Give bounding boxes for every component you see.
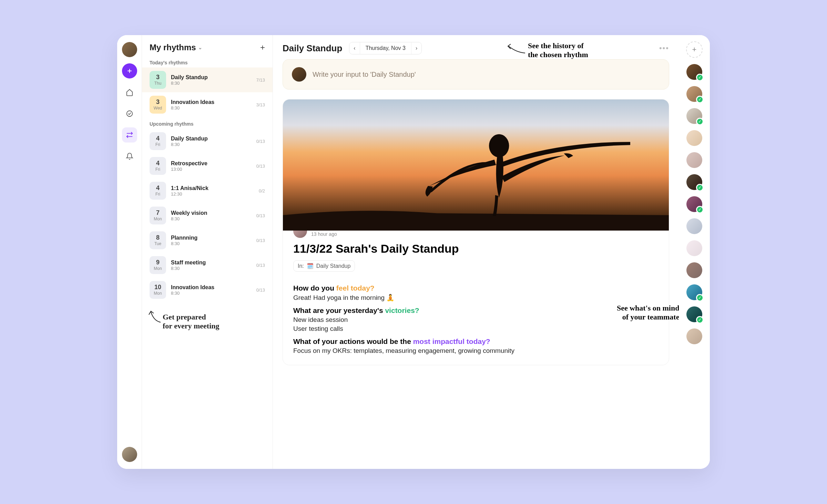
annotation-teammates: See what's on minds of your teammates [617, 304, 679, 322]
rhythm-count: 0/13 [256, 287, 265, 293]
teammate-avatar[interactable] [686, 152, 702, 168]
rhythm-time: 8:30 [171, 241, 252, 246]
teammate-avatar[interactable] [686, 328, 702, 344]
workspace-avatar[interactable] [122, 42, 137, 57]
rhythm-item[interactable]: 3WedInnovation Ideas8:303/13 [142, 92, 273, 117]
add-rhythm-button[interactable]: + [260, 43, 265, 52]
rhythm-time: 13:00 [171, 167, 252, 172]
teammate-avatar[interactable]: ✓ [686, 174, 702, 190]
main-panel: Daily Standup ‹ Thursday, Nov 3 › ••• Se… [273, 35, 679, 469]
rhythm-title: Retrospective [171, 160, 252, 167]
teammate-avatar[interactable]: ✓ [686, 306, 702, 322]
user-avatar[interactable] [122, 447, 137, 462]
question-feel: How do you feel today? [293, 284, 658, 292]
teammate-avatar[interactable] [686, 218, 702, 234]
teammate-avatar[interactable] [686, 262, 702, 278]
teammate-avatar[interactable]: ✓ [686, 64, 702, 80]
rhythm-item[interactable]: 9MonStaff meeting8:300/13 [142, 253, 273, 277]
date-chip: 3Thu [150, 71, 166, 89]
rhythm-item[interactable]: 4Fri1:1 Anisa/Nick12:300/2 [142, 178, 273, 203]
compose-input-card[interactable]: Write your input to 'Daily Standup' [283, 59, 669, 90]
compose-placeholder: Write your input to 'Daily Standup' [313, 71, 416, 78]
answer-impact: Focus on my OKRs: templates, measuring e… [293, 347, 658, 355]
teammate-avatar[interactable] [686, 130, 702, 146]
date-chip: 10Mon [150, 281, 166, 299]
teammate-avatar[interactable]: ✓ [686, 196, 702, 212]
rhythm-item[interactable]: 10MonInnovation Ideas8:300/13 [142, 277, 273, 302]
rhythm-title: Weekly vision [171, 210, 252, 216]
notifications-icon[interactable] [122, 149, 137, 164]
post-card: Sarah 13 hour ago 11/3/22 Sarah's Daily … [283, 99, 669, 365]
date-next-button[interactable]: › [411, 42, 421, 54]
compose-avatar [292, 67, 306, 82]
teammate-avatar[interactable]: ✓ [686, 284, 702, 300]
date-label[interactable]: Thursday, Nov 3 [360, 42, 411, 54]
check-icon: ✓ [696, 96, 704, 103]
question-victories: What are your yesterday's victories? [293, 306, 658, 315]
nav-rail [117, 35, 142, 469]
answer-victories-2: User testing calls [293, 325, 658, 333]
add-teammate-button[interactable]: + [686, 41, 703, 58]
page-title: Daily Standup [283, 43, 342, 54]
home-icon[interactable] [122, 85, 137, 100]
check-icon: ✓ [696, 74, 704, 81]
svg-point-2 [126, 111, 132, 117]
create-button[interactable] [122, 63, 137, 78]
date-chip: 7Mon [150, 207, 166, 224]
rhythm-item[interactable]: 8TuePlannning8:300/13 [142, 228, 273, 253]
rhythm-title: Staff meeting [171, 260, 252, 266]
tasks-icon[interactable] [122, 106, 137, 121]
main-header: Daily Standup ‹ Thursday, Nov 3 › ••• [273, 35, 679, 59]
rhythm-count: 0/13 [256, 238, 265, 243]
check-icon: ✓ [696, 118, 704, 125]
date-chip: 4Fri [150, 132, 166, 150]
teammate-avatar[interactable]: ✓ [686, 86, 702, 102]
answer-feel: Great! Had yoga in the morning 🧘 [293, 294, 658, 302]
check-icon: ✓ [696, 184, 704, 191]
app-window: My rhythms ⌄ + Today's rhythms 3ThuDaily… [117, 35, 710, 469]
calendar-icon: 🗓️ [307, 263, 314, 269]
rhythm-count: 3/13 [256, 102, 265, 107]
date-chip: 8Tue [150, 231, 166, 249]
chevron-down-icon: ⌄ [198, 45, 202, 50]
check-icon: ✓ [696, 316, 704, 324]
rhythm-item[interactable]: 3ThuDaily Standup8:307/13 [142, 67, 273, 92]
rhythm-time: 8:30 [171, 105, 252, 111]
teammate-avatar[interactable] [686, 240, 702, 256]
post-in-chip[interactable]: In: 🗓️ Daily Standup [293, 260, 355, 272]
rhythm-time: 8:30 [171, 291, 252, 296]
rhythm-item[interactable]: 4FriDaily Standup8:300/13 [142, 129, 273, 154]
rhythm-count: 0/13 [256, 213, 265, 218]
rhythm-title: 1:1 Anisa/Nick [171, 185, 254, 191]
sidebar: My rhythms ⌄ + Today's rhythms 3ThuDaily… [142, 35, 273, 469]
answer-victories-1: New ideas session [293, 316, 658, 324]
svg-point-3 [489, 134, 509, 157]
rhythm-time: 12:30 [171, 191, 254, 197]
question-impact: What of your actions would be the most i… [293, 337, 658, 346]
sidebar-header: My rhythms ⌄ + [142, 35, 273, 56]
post-timestamp: 13 hour ago [311, 231, 337, 237]
teammate-avatar[interactable]: ✓ [686, 108, 702, 124]
rhythm-count: 7/13 [256, 77, 265, 83]
date-chip: 3Wed [150, 96, 166, 114]
date-prev-button[interactable]: ‹ [349, 42, 359, 54]
rhythm-title: Plannning [171, 235, 252, 241]
rhythm-title: Daily Standup [171, 136, 252, 142]
more-menu-button[interactable]: ••• [659, 44, 669, 53]
rhythms-icon[interactable] [122, 127, 137, 143]
sidebar-title[interactable]: My rhythms ⌄ [150, 43, 202, 52]
rhythm-time: 8:30 [171, 266, 252, 271]
content-area: Write your input to 'Daily Standup' [273, 59, 679, 469]
date-navigator: ‹ Thursday, Nov 3 › [349, 42, 422, 54]
rhythm-count: 0/13 [256, 263, 265, 268]
annotation-prepared: Get prepared for every meeting [142, 302, 273, 334]
post-title: 11/3/22 Sarah's Daily Standup [293, 242, 658, 255]
upcoming-rhythms-label: Upcoming rhythms [142, 117, 273, 129]
team-rail: + ✓✓✓✓✓✓✓ [679, 35, 710, 469]
rhythm-count: 0/2 [259, 188, 265, 193]
check-icon: ✓ [696, 206, 704, 213]
rhythm-item[interactable]: 4FriRetrospective13:000/13 [142, 154, 273, 178]
rhythm-item[interactable]: 7MonWeekly vision8:300/13 [142, 203, 273, 228]
rhythm-time: 8:30 [171, 81, 252, 86]
date-chip: 4Fri [150, 182, 166, 200]
